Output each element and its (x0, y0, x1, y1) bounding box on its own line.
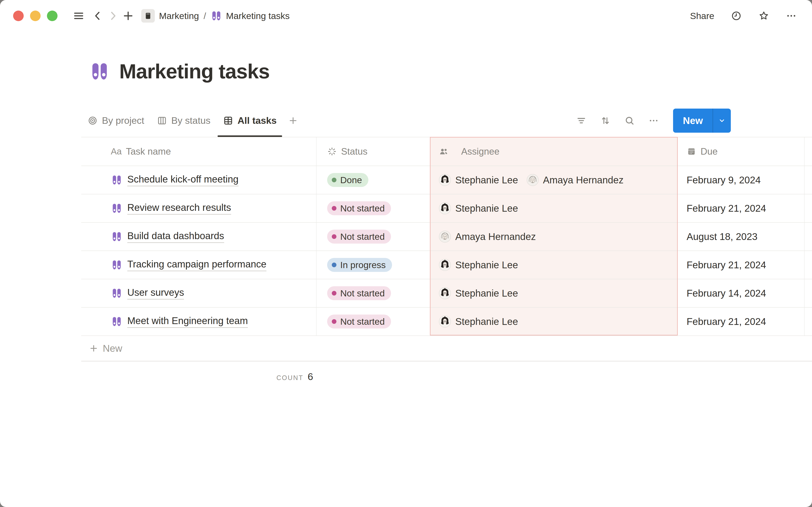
view-controls: New (574, 109, 731, 133)
filter-icon[interactable] (574, 114, 588, 127)
count-label: COUNT (276, 374, 303, 382)
new-page-icon[interactable] (120, 8, 136, 23)
assignee-chip[interactable]: Amaya Hernandez (439, 230, 536, 243)
assignee-chip[interactable]: Stephanie Lee (439, 316, 518, 328)
status-pill[interactable]: Not started (327, 230, 391, 243)
new-button-caret[interactable] (713, 109, 731, 133)
avatar (439, 287, 451, 299)
breadcrumb-item-marketing[interactable]: Marketing (141, 9, 199, 22)
status-cell[interactable]: Not started (316, 194, 430, 222)
binoculars-icon (111, 288, 122, 299)
new-button-group: New (673, 109, 731, 133)
table-header-row: Aa Task name Status Assignee Due (81, 137, 812, 166)
page-title[interactable]: Marketing tasks (119, 60, 270, 83)
column-header-status[interactable]: Status (316, 137, 430, 166)
task-name-cell[interactable]: Meet with Engineering team (81, 307, 316, 335)
status-dot (332, 263, 337, 267)
target-icon (88, 116, 98, 126)
column-header-task-name[interactable]: Aa Task name (81, 137, 316, 166)
due-cell[interactable]: February 21, 2024 (678, 194, 805, 222)
assignee-cell[interactable]: Stephanie Lee (430, 251, 678, 279)
zoom-window-button[interactable] (47, 11, 57, 21)
view-bar: By project By status All tasks New (81, 104, 731, 137)
share-button[interactable]: Share (688, 9, 716, 22)
status-pill[interactable]: In progress (327, 258, 392, 272)
back-icon[interactable] (90, 8, 105, 23)
due-cell[interactable]: August 18, 2023 (678, 223, 805, 250)
status-label: Not started (340, 317, 385, 327)
due-cell[interactable]: February 21, 2024 (678, 251, 805, 279)
calculation-footer[interactable]: COUNT 6 (81, 361, 316, 382)
task-name-link[interactable]: Review research results (127, 202, 231, 215)
status-cell[interactable]: Not started (316, 307, 430, 335)
updates-clock-icon[interactable] (729, 8, 744, 23)
binoculars-icon (211, 10, 222, 21)
add-view-icon[interactable] (283, 104, 303, 137)
task-name-cell[interactable]: User surveys (81, 279, 316, 307)
task-name-link[interactable]: Meet with Engineering team (127, 315, 248, 328)
calendar-icon (687, 147, 696, 156)
breadcrumb-item-marketing-tasks[interactable]: Marketing tasks (211, 10, 290, 21)
table-row[interactable]: Review research results Not started Step… (81, 194, 812, 223)
tab-by-status[interactable]: By status (151, 104, 217, 137)
due-date: February 21, 2024 (687, 316, 766, 327)
tab-all-tasks[interactable]: All tasks (217, 104, 283, 137)
assignee-cell[interactable]: Stephanie Lee (430, 307, 678, 335)
table-row[interactable]: Build data dashboards Not started Amaya … (81, 223, 812, 251)
assignee-chip[interactable]: Stephanie Lee (439, 202, 518, 214)
breadcrumb-label: Marketing tasks (226, 11, 290, 21)
task-name-link[interactable]: Build data dashboards (127, 230, 224, 243)
task-name-link[interactable]: User surveys (127, 287, 184, 299)
assignee-cell[interactable]: Stephanie Lee (430, 279, 678, 307)
task-name-link[interactable]: Tracking campaign performance (127, 259, 266, 271)
assignee-chip[interactable]: Stephanie Lee (439, 287, 518, 299)
view-more-options-icon[interactable] (647, 114, 660, 127)
due-cell[interactable]: February 21, 2024 (678, 307, 805, 335)
due-cell[interactable]: February 9, 2024 (678, 166, 805, 194)
status-cell[interactable]: Done (316, 166, 430, 194)
assignee-name: Amaya Hernandez (543, 174, 623, 186)
more-options-icon[interactable] (784, 8, 799, 23)
status-cell[interactable]: In progress (316, 251, 430, 279)
close-window-button[interactable] (13, 11, 24, 21)
assignee-cell[interactable]: Amaya Hernandez (430, 223, 678, 250)
task-name-cell[interactable]: Schedule kick-off meeting (81, 166, 316, 194)
assignee-chip[interactable]: Amaya Hernandez (526, 174, 623, 186)
assignee-cell[interactable]: Stephanie Lee (430, 194, 678, 222)
table-row[interactable]: Schedule kick-off meeting Done Stephanie… (81, 166, 812, 194)
task-name-link[interactable]: Schedule kick-off meeting (127, 174, 239, 186)
table-row[interactable]: Tracking campaign performance In progres… (81, 251, 812, 279)
status-cell[interactable]: Not started (316, 279, 430, 307)
task-name-cell[interactable]: Review research results (81, 194, 316, 222)
status-cell[interactable]: Not started (316, 223, 430, 250)
task-name-cell[interactable]: Build data dashboards (81, 223, 316, 250)
assignee-cell[interactable]: Stephanie LeeAmaya Hernandez (430, 166, 678, 194)
forward-icon[interactable] (105, 8, 120, 23)
minimize-window-button[interactable] (30, 11, 41, 21)
table-row[interactable]: Meet with Engineering team Not started S… (81, 307, 812, 336)
status-label: Not started (340, 231, 385, 242)
column-header-due[interactable]: Due (678, 137, 805, 166)
due-cell[interactable]: February 14, 2024 (678, 279, 805, 307)
status-pill[interactable]: Not started (327, 286, 391, 300)
status-pill[interactable]: Not started (327, 201, 391, 215)
sort-icon[interactable] (599, 114, 612, 127)
binoculars-icon[interactable] (90, 61, 109, 81)
status-pill[interactable]: Done (327, 173, 368, 187)
tasks-table: Aa Task name Status Assignee Due Schedul… (0, 137, 812, 382)
table-row[interactable]: User surveys Not started Stephanie Lee F… (81, 279, 812, 307)
tab-by-project[interactable]: By project (81, 104, 151, 137)
new-row-button[interactable]: New (81, 336, 812, 361)
status-pill[interactable]: Not started (327, 315, 391, 329)
sidebar-toggle-icon[interactable] (71, 8, 86, 23)
search-icon[interactable] (623, 114, 636, 127)
binoculars-icon (111, 316, 122, 327)
column-header-assignee[interactable]: Assignee (430, 137, 678, 166)
assignee-chip[interactable]: Stephanie Lee (439, 259, 518, 271)
binoculars-icon (111, 231, 122, 242)
assignee-chip[interactable]: Stephanie Lee (439, 174, 518, 186)
due-date: February 9, 2024 (687, 174, 761, 186)
new-button[interactable]: New (673, 109, 713, 133)
task-name-cell[interactable]: Tracking campaign performance (81, 251, 316, 279)
favorite-star-icon[interactable] (756, 8, 771, 23)
